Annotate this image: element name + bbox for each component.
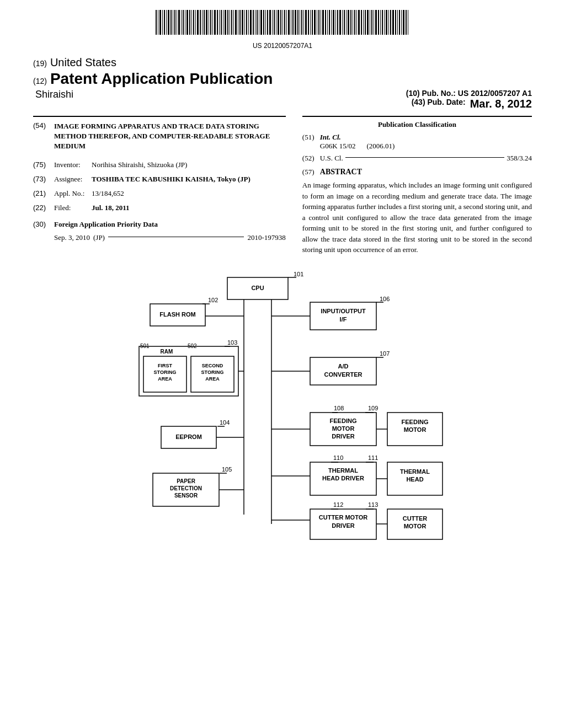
svg-rect-14 — [185, 10, 185, 35]
svg-rect-19 — [195, 10, 196, 35]
svg-rect-78 — [321, 10, 321, 35]
svg-rect-23 — [204, 10, 205, 35]
feeding-motor-label-1: FEEDING — [402, 418, 429, 425]
svg-rect-18 — [193, 10, 194, 35]
int-cl-year: (2006.01) — [366, 142, 395, 151]
svg-rect-114 — [397, 10, 398, 35]
pub-no-value: US 2012/0057207 A1 — [458, 89, 532, 98]
cutter-driver-label-1: CUTTER MOTOR — [319, 513, 367, 520]
svg-rect-12 — [181, 10, 182, 35]
svg-rect-45 — [250, 10, 252, 35]
ram-ref: 103 — [227, 339, 237, 346]
svg-rect-48 — [257, 10, 258, 35]
svg-rect-61 — [284, 10, 285, 35]
svg-rect-5 — [166, 10, 167, 35]
svg-rect-93 — [353, 10, 353, 35]
patent-body: (54) IMAGE FORMING APPARATUS AND TRACE D… — [0, 116, 565, 255]
filed-field-num: (22) — [33, 204, 54, 212]
svg-rect-105 — [378, 10, 379, 35]
title-field-num: (54) — [33, 121, 54, 152]
svg-rect-75 — [314, 10, 316, 35]
appl-value: 13/184,652 — [92, 189, 124, 198]
svg-rect-54 — [269, 10, 271, 35]
feeding-driver-label-3: DRIVER — [332, 432, 355, 439]
int-cl-value-row: G06K 15/02 (2006.01) — [320, 142, 395, 151]
svg-rect-57 — [276, 10, 276, 35]
paper-label-2: DETECTION — [170, 485, 202, 491]
doc-type-prefix: (12) — [33, 77, 47, 85]
feeding-driver-ref: 108 — [334, 405, 344, 411]
ref-502: 502 — [188, 343, 197, 349]
svg-rect-108 — [384, 10, 385, 35]
pub-date-label: (43) Pub. Date: — [412, 98, 466, 110]
right-column: Publication Classification (51) Int. Cl.… — [302, 116, 532, 255]
svg-rect-106 — [380, 10, 381, 35]
svg-rect-112 — [392, 10, 394, 35]
paper-label-3: SENSOR — [174, 492, 198, 498]
svg-rect-16 — [189, 10, 190, 35]
eeprom-ref: 104 — [220, 419, 230, 426]
svg-rect-117 — [403, 10, 404, 35]
int-cl-label: Int. Cl. — [320, 133, 395, 142]
cutter-motor-label-2: MOTOR — [404, 522, 427, 529]
svg-rect-99 — [365, 10, 366, 35]
assignee-label: Assignee: — [54, 175, 92, 184]
feeding-driver-label-1: FEEDING — [330, 417, 357, 424]
svg-rect-77 — [318, 10, 319, 35]
svg-rect-11 — [178, 10, 180, 35]
svg-rect-34 — [227, 10, 228, 35]
svg-rect-74 — [312, 10, 313, 35]
io-ref: 106 — [380, 296, 390, 302]
barcode-image — [156, 10, 409, 38]
svg-rect-3 — [162, 10, 163, 35]
svg-rect-116 — [401, 10, 402, 35]
thermal-head-label-1: THERMAL — [400, 468, 430, 474]
us-cl-num: (52) — [302, 154, 320, 163]
svg-rect-81 — [327, 10, 328, 35]
svg-rect-22 — [202, 10, 202, 35]
svg-rect-9 — [174, 10, 175, 35]
svg-rect-111 — [390, 10, 391, 35]
svg-rect-40 — [239, 10, 241, 35]
paper-ref: 105 — [222, 466, 232, 473]
abstract-header-row: (57) ABSTRACT — [302, 164, 532, 178]
svg-rect-43 — [246, 10, 247, 35]
svg-rect-26 — [210, 10, 211, 35]
svg-rect-24 — [206, 10, 207, 35]
svg-rect-38 — [235, 10, 237, 35]
title-block: (19) United States (12) Patent Applicati… — [0, 53, 565, 88]
svg-rect-41 — [242, 10, 243, 35]
inventor-label: Inventor: — [54, 160, 92, 169]
pub-no-label: (10) Pub. No.: — [406, 89, 456, 98]
diagram-area: .d-box { fill:#fff; stroke:#000; stroke-… — [0, 255, 565, 570]
patent-number-display: US 20120057207A1 — [0, 42, 565, 50]
svg-rect-66 — [295, 10, 296, 35]
svg-rect-25 — [209, 10, 209, 35]
ram-label: RAM — [161, 348, 173, 354]
assignee-field-num: (73) — [33, 175, 54, 184]
svg-rect-90 — [346, 10, 347, 35]
second-storing-label-2: STORING — [201, 370, 224, 375]
country-prefix: (19) — [33, 59, 47, 68]
svg-rect-36 — [231, 10, 232, 35]
svg-rect-27 — [212, 10, 213, 35]
svg-rect-85 — [335, 10, 336, 35]
svg-rect-62 — [286, 10, 287, 35]
thermal-head-ref: 111 — [368, 454, 378, 461]
svg-rect-102 — [371, 10, 372, 35]
pub-date-value: Mar. 8, 2012 — [470, 98, 532, 110]
abstract-title: ABSTRACT — [320, 168, 362, 176]
first-storing-label-2: STORING — [154, 370, 177, 375]
svg-rect-76 — [317, 10, 317, 35]
feeding-motor-ref: 109 — [368, 405, 378, 411]
svg-rect-94 — [354, 10, 355, 35]
svg-rect-49 — [259, 10, 259, 35]
cutter-motor-ref: 113 — [368, 501, 378, 508]
svg-rect-119 — [408, 10, 408, 35]
svg-rect-15 — [186, 10, 188, 35]
svg-rect-8 — [173, 10, 173, 35]
adc-ref: 107 — [380, 350, 390, 357]
foreign-label: Foreign Application Priority Data — [54, 220, 158, 229]
system-diagram: .d-box { fill:#fff; stroke:#000; stroke-… — [117, 266, 448, 559]
foreign-date: Sep. 3, 2010 — [54, 233, 90, 242]
